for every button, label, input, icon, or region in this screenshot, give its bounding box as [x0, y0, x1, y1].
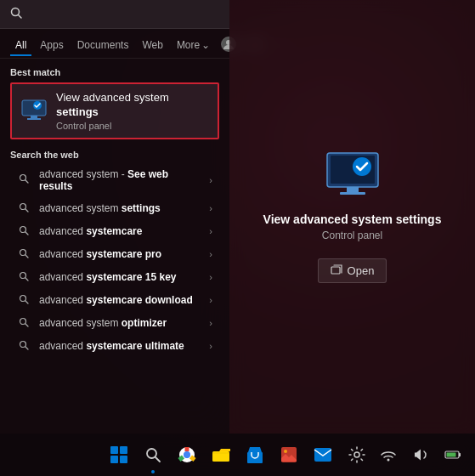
- result-arrow-4: ›: [209, 249, 212, 259]
- control-panel-icon: [20, 97, 48, 124]
- svg-point-15: [20, 203, 26, 209]
- result-arrow-7: ›: [209, 318, 212, 328]
- taskbar: [0, 434, 475, 476]
- svg-point-47: [284, 450, 287, 453]
- result-search-icon-3: [17, 225, 31, 238]
- result-arrow-3: ›: [209, 226, 212, 236]
- best-match-text: View advanced system settings Control pa…: [56, 91, 209, 131]
- tab-apps[interactable]: Apps: [35, 36, 68, 56]
- result-search-icon-7: [17, 317, 31, 330]
- svg-rect-31: [347, 187, 359, 192]
- svg-point-49: [354, 452, 359, 457]
- result-item-1[interactable]: advanced system - See web results ›: [10, 163, 219, 197]
- right-panel-app-icon: [323, 151, 382, 199]
- taskbar-network-icon[interactable]: [373, 439, 404, 470]
- right-panel-title: View advanced system settings: [263, 212, 442, 226]
- svg-point-19: [20, 249, 26, 255]
- svg-line-1: [19, 15, 22, 19]
- svg-line-26: [25, 324, 28, 326]
- best-match-subtitle: Control panel: [56, 121, 209, 131]
- search-results-list: advanced system - See web results › adva…: [10, 163, 219, 358]
- tab-web[interactable]: Web: [137, 36, 167, 56]
- svg-rect-34: [331, 267, 340, 274]
- result-search-icon-4: [17, 248, 31, 261]
- result-text-3: advanced systemcare: [39, 225, 201, 237]
- tab-documents[interactable]: Documents: [72, 36, 134, 56]
- result-text-7: advanced system optimizer: [39, 317, 201, 329]
- taskbar-system-area: [373, 439, 468, 470]
- result-arrow-6: ›: [209, 295, 212, 305]
- result-item-8[interactable]: advanced systemcare ultimate ›: [10, 335, 219, 358]
- taskbar-windows-icon[interactable]: [104, 439, 134, 470]
- svg-point-25: [20, 318, 26, 324]
- result-arrow-1: ›: [209, 175, 212, 185]
- taskbar-settings-icon[interactable]: [342, 439, 372, 470]
- search-web-label: Search the web: [10, 150, 219, 160]
- taskbar-chrome-icon[interactable]: [172, 439, 202, 470]
- svg-line-16: [25, 209, 28, 212]
- svg-rect-10: [31, 116, 37, 118]
- open-button[interactable]: Open: [318, 258, 387, 283]
- result-text-4: advanced systemcare pro: [39, 248, 201, 260]
- right-panel-subtitle: Control panel: [322, 230, 382, 241]
- svg-line-14: [25, 180, 28, 183]
- result-arrow-5: ›: [209, 272, 212, 282]
- taskbar-battery-icon[interactable]: [438, 439, 468, 470]
- svg-line-22: [25, 278, 28, 280]
- taskbar-search-icon[interactable]: [138, 439, 168, 470]
- svg-line-18: [25, 232, 28, 235]
- svg-rect-48: [314, 448, 331, 462]
- taskbar-mail-icon[interactable]: [308, 439, 338, 470]
- best-match-title: View advanced system settings: [56, 91, 209, 120]
- svg-rect-37: [110, 456, 118, 463]
- result-item-5[interactable]: advanced systemcare 15 key ›: [10, 266, 219, 289]
- result-text-6: advanced systemcare download: [39, 294, 201, 306]
- svg-rect-35: [110, 446, 118, 454]
- svg-rect-38: [120, 456, 127, 463]
- tab-all[interactable]: All: [10, 36, 31, 56]
- svg-point-43: [184, 452, 189, 458]
- best-match-item[interactable]: View advanced system settings Control pa…: [10, 82, 219, 139]
- svg-rect-32: [340, 192, 365, 195]
- result-text-2: advanced system settings: [39, 202, 201, 214]
- svg-rect-53: [447, 453, 456, 457]
- search-panel: advanced system All Apps Documents Web M…: [0, 0, 229, 434]
- svg-rect-52: [459, 453, 461, 456]
- result-search-icon-5: [17, 271, 31, 284]
- svg-point-23: [20, 295, 26, 301]
- svg-point-27: [20, 341, 26, 347]
- content-area: Best match View advanced system settings: [0, 59, 229, 434]
- taskbar-store-icon[interactable]: [240, 439, 270, 470]
- tab-more[interactable]: More ⌄: [172, 36, 215, 56]
- result-item-6[interactable]: advanced systemcare download ›: [10, 289, 219, 312]
- search-bar-container: advanced system: [0, 0, 229, 29]
- result-item-2[interactable]: advanced system settings ›: [10, 197, 219, 220]
- search-input[interactable]: advanced system: [29, 8, 219, 21]
- result-arrow-2: ›: [209, 203, 212, 213]
- svg-line-40: [156, 457, 160, 462]
- result-item-4[interactable]: advanced systemcare pro ›: [10, 243, 219, 266]
- svg-point-39: [147, 449, 156, 458]
- svg-line-20: [25, 255, 28, 258]
- result-search-icon-1: [17, 173, 31, 186]
- result-text-8: advanced systemcare ultimate: [39, 340, 201, 352]
- result-arrow-8: ›: [209, 341, 212, 351]
- taskbar-explorer-icon[interactable]: [206, 439, 236, 470]
- result-search-icon-8: [17, 340, 31, 353]
- svg-rect-11: [27, 118, 41, 120]
- svg-point-33: [353, 157, 371, 176]
- svg-point-21: [20, 272, 26, 278]
- right-panel: View advanced system settings Control pa…: [229, 0, 475, 434]
- taskbar-sound-icon[interactable]: [405, 439, 436, 470]
- svg-point-50: [387, 459, 390, 462]
- best-match-label: Best match: [10, 67, 219, 77]
- svg-point-13: [20, 175, 26, 181]
- nav-tabs: All Apps Documents Web More ⌄: [0, 29, 229, 59]
- open-label: Open: [348, 264, 375, 277]
- result-item-3[interactable]: advanced systemcare ›: [10, 220, 219, 243]
- result-item-7[interactable]: advanced system optimizer ›: [10, 312, 219, 335]
- taskbar-photos-icon[interactable]: [274, 439, 304, 470]
- result-search-icon-6: [17, 294, 31, 307]
- svg-line-24: [25, 301, 28, 303]
- svg-line-28: [25, 347, 28, 349]
